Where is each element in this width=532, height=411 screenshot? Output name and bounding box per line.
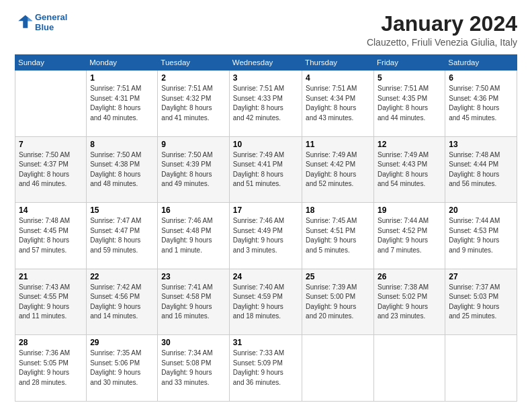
day-number: 19 bbox=[378, 205, 441, 215]
day-cell: 27Sunrise: 7:37 AMSunset: 5:03 PMDayligh… bbox=[445, 269, 517, 335]
day-info: Sunrise: 7:36 AMSunset: 5:05 PMDaylight:… bbox=[19, 349, 83, 387]
day-cell: 28Sunrise: 7:36 AMSunset: 5:05 PMDayligh… bbox=[15, 335, 87, 402]
day-info: Sunrise: 7:47 AMSunset: 4:47 PMDaylight:… bbox=[90, 216, 154, 255]
day-cell: 11Sunrise: 7:49 AMSunset: 4:42 PMDayligh… bbox=[302, 136, 374, 203]
day-info: Sunrise: 7:34 AMSunset: 5:08 PMDaylight:… bbox=[161, 349, 225, 387]
day-number: 4 bbox=[306, 73, 370, 83]
day-info: Sunrise: 7:41 AMSunset: 4:58 PMDaylight:… bbox=[161, 283, 225, 322]
day-number: 26 bbox=[378, 272, 441, 281]
day-info: Sunrise: 7:50 AMSunset: 4:38 PMDaylight:… bbox=[90, 150, 154, 189]
day-cell: 25Sunrise: 7:39 AMSunset: 5:00 PMDayligh… bbox=[302, 269, 374, 335]
day-number: 18 bbox=[306, 205, 370, 215]
header-cell-friday: Friday bbox=[374, 55, 445, 71]
day-cell: 17Sunrise: 7:46 AMSunset: 4:49 PMDayligh… bbox=[229, 203, 302, 269]
day-info: Sunrise: 7:48 AMSunset: 4:45 PMDaylight:… bbox=[19, 216, 83, 255]
week-row-4: 21Sunrise: 7:43 AMSunset: 4:55 PMDayligh… bbox=[15, 269, 517, 335]
day-number: 24 bbox=[233, 272, 298, 281]
day-info: Sunrise: 7:50 AMSunset: 4:37 PMDaylight:… bbox=[19, 150, 83, 189]
day-number: 31 bbox=[233, 338, 298, 347]
day-info: Sunrise: 7:43 AMSunset: 4:55 PMDaylight:… bbox=[19, 283, 83, 322]
svg-marker-0 bbox=[18, 15, 32, 28]
day-cell: 8Sunrise: 7:50 AMSunset: 4:38 PMDaylight… bbox=[87, 136, 158, 203]
day-number: 12 bbox=[378, 140, 441, 149]
day-info: Sunrise: 7:39 AMSunset: 5:00 PMDaylight:… bbox=[306, 283, 370, 322]
header-cell-wednesday: Wednesday bbox=[229, 55, 302, 71]
day-number: 25 bbox=[306, 272, 370, 281]
header-cell-monday: Monday bbox=[87, 55, 158, 71]
day-number: 5 bbox=[378, 73, 441, 83]
title-section: January 2024 Clauzetto, Friuli Venezia G… bbox=[367, 12, 517, 48]
day-cell bbox=[445, 335, 517, 402]
day-info: Sunrise: 7:38 AMSunset: 5:02 PMDaylight:… bbox=[378, 283, 441, 322]
day-info: Sunrise: 7:37 AMSunset: 5:03 PMDaylight:… bbox=[449, 283, 513, 322]
day-number: 14 bbox=[19, 205, 83, 215]
header-cell-saturday: Saturday bbox=[445, 55, 517, 71]
day-cell: 7Sunrise: 7:50 AMSunset: 4:37 PMDaylight… bbox=[15, 136, 87, 203]
day-cell: 19Sunrise: 7:44 AMSunset: 4:52 PMDayligh… bbox=[374, 203, 445, 269]
day-info: Sunrise: 7:46 AMSunset: 4:48 PMDaylight:… bbox=[161, 216, 225, 255]
day-number: 28 bbox=[19, 338, 83, 347]
day-cell: 24Sunrise: 7:40 AMSunset: 4:59 PMDayligh… bbox=[229, 269, 302, 335]
header-cell-sunday: Sunday bbox=[15, 55, 87, 71]
day-cell: 15Sunrise: 7:47 AMSunset: 4:47 PMDayligh… bbox=[87, 203, 158, 269]
day-cell: 14Sunrise: 7:48 AMSunset: 4:45 PMDayligh… bbox=[15, 203, 87, 269]
day-cell: 2Sunrise: 7:51 AMSunset: 4:32 PMDaylight… bbox=[158, 71, 229, 137]
day-info: Sunrise: 7:49 AMSunset: 4:43 PMDaylight:… bbox=[378, 150, 441, 189]
day-number: 22 bbox=[90, 272, 154, 281]
day-cell: 21Sunrise: 7:43 AMSunset: 4:55 PMDayligh… bbox=[15, 269, 87, 335]
day-cell: 6Sunrise: 7:50 AMSunset: 4:36 PMDaylight… bbox=[445, 71, 517, 137]
day-cell bbox=[15, 71, 87, 137]
day-number: 7 bbox=[19, 140, 83, 149]
header-cell-thursday: Thursday bbox=[302, 55, 374, 71]
day-number: 17 bbox=[233, 205, 298, 215]
day-info: Sunrise: 7:49 AMSunset: 4:42 PMDaylight:… bbox=[306, 150, 370, 189]
day-cell: 4Sunrise: 7:51 AMSunset: 4:34 PMDaylight… bbox=[302, 71, 374, 137]
day-cell: 5Sunrise: 7:51 AMSunset: 4:35 PMDaylight… bbox=[374, 71, 445, 137]
day-cell: 1Sunrise: 7:51 AMSunset: 4:31 PMDaylight… bbox=[87, 71, 158, 137]
logo-text: General Blue bbox=[35, 12, 67, 32]
day-number: 13 bbox=[449, 140, 513, 149]
day-info: Sunrise: 7:51 AMSunset: 4:31 PMDaylight:… bbox=[90, 84, 154, 123]
week-row-1: 1Sunrise: 7:51 AMSunset: 4:31 PMDaylight… bbox=[15, 71, 517, 137]
day-info: Sunrise: 7:40 AMSunset: 4:59 PMDaylight:… bbox=[233, 283, 298, 322]
day-number: 11 bbox=[306, 140, 370, 149]
day-info: Sunrise: 7:49 AMSunset: 4:41 PMDaylight:… bbox=[233, 150, 298, 189]
day-number: 21 bbox=[19, 272, 83, 281]
day-cell bbox=[302, 335, 374, 402]
day-cell: 30Sunrise: 7:34 AMSunset: 5:08 PMDayligh… bbox=[158, 335, 229, 402]
day-number: 20 bbox=[449, 205, 513, 215]
day-info: Sunrise: 7:44 AMSunset: 4:53 PMDaylight:… bbox=[449, 216, 513, 255]
day-number: 8 bbox=[90, 140, 154, 149]
day-number: 10 bbox=[233, 140, 298, 149]
calendar-table: SundayMondayTuesdayWednesdayThursdayFrid… bbox=[15, 54, 517, 402]
day-number: 3 bbox=[233, 73, 298, 83]
week-row-5: 28Sunrise: 7:36 AMSunset: 5:05 PMDayligh… bbox=[15, 335, 517, 402]
day-info: Sunrise: 7:33 AMSunset: 5:09 PMDaylight:… bbox=[233, 349, 298, 387]
day-cell bbox=[374, 335, 445, 402]
day-info: Sunrise: 7:50 AMSunset: 4:39 PMDaylight:… bbox=[161, 150, 225, 189]
day-info: Sunrise: 7:35 AMSunset: 5:06 PMDaylight:… bbox=[90, 349, 154, 387]
logo-icon bbox=[15, 13, 34, 32]
day-info: Sunrise: 7:44 AMSunset: 4:52 PMDaylight:… bbox=[378, 216, 441, 255]
day-cell: 29Sunrise: 7:35 AMSunset: 5:06 PMDayligh… bbox=[87, 335, 158, 402]
day-cell: 13Sunrise: 7:48 AMSunset: 4:44 PMDayligh… bbox=[445, 136, 517, 203]
calendar-page: General Blue January 2024 Clauzetto, Fri… bbox=[0, 0, 532, 411]
day-cell: 31Sunrise: 7:33 AMSunset: 5:09 PMDayligh… bbox=[229, 335, 302, 402]
day-cell: 18Sunrise: 7:45 AMSunset: 4:51 PMDayligh… bbox=[302, 203, 374, 269]
week-row-3: 14Sunrise: 7:48 AMSunset: 4:45 PMDayligh… bbox=[15, 203, 517, 269]
day-cell: 22Sunrise: 7:42 AMSunset: 4:56 PMDayligh… bbox=[87, 269, 158, 335]
day-cell: 20Sunrise: 7:44 AMSunset: 4:53 PMDayligh… bbox=[445, 203, 517, 269]
week-row-2: 7Sunrise: 7:50 AMSunset: 4:37 PMDaylight… bbox=[15, 136, 517, 203]
day-number: 16 bbox=[161, 205, 225, 215]
logo: General Blue bbox=[15, 12, 67, 32]
day-info: Sunrise: 7:46 AMSunset: 4:49 PMDaylight:… bbox=[233, 216, 298, 255]
day-number: 6 bbox=[449, 73, 513, 83]
day-info: Sunrise: 7:48 AMSunset: 4:44 PMDaylight:… bbox=[449, 150, 513, 189]
day-number: 23 bbox=[161, 272, 225, 281]
day-cell: 23Sunrise: 7:41 AMSunset: 4:58 PMDayligh… bbox=[158, 269, 229, 335]
day-cell: 9Sunrise: 7:50 AMSunset: 4:39 PMDaylight… bbox=[158, 136, 229, 203]
header-row: SundayMondayTuesdayWednesdayThursdayFrid… bbox=[15, 55, 517, 71]
day-info: Sunrise: 7:50 AMSunset: 4:36 PMDaylight:… bbox=[449, 84, 513, 123]
day-info: Sunrise: 7:45 AMSunset: 4:51 PMDaylight:… bbox=[306, 216, 370, 255]
day-number: 9 bbox=[161, 140, 225, 149]
